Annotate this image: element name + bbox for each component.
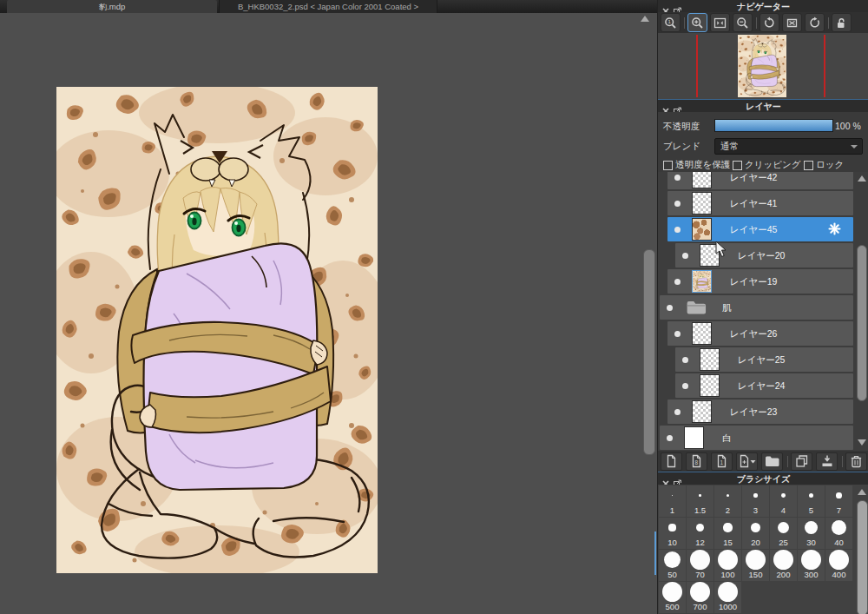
lock-option[interactable]: ロック xyxy=(804,159,844,171)
canvas-scroll-up-button[interactable] xyxy=(641,16,649,22)
opacity-slider[interactable] xyxy=(714,119,833,132)
brush-dot xyxy=(687,518,713,538)
canvas-area[interactable] xyxy=(0,13,657,614)
layer-visibility-dot[interactable] xyxy=(667,305,673,311)
layer-thumbnail[interactable] xyxy=(700,348,720,371)
canvas-vertical-scrollbar[interactable] xyxy=(643,249,655,455)
reset-view-button[interactable] xyxy=(782,13,802,32)
layer-visibility-dot[interactable] xyxy=(674,331,681,337)
zoom-out-button[interactable] xyxy=(733,13,753,32)
delete-layer-button[interactable] xyxy=(845,452,867,471)
zoom-actual-button[interactable]: 1 xyxy=(661,13,681,32)
layer-thumbnail[interactable] xyxy=(684,426,704,449)
brush-size-cell[interactable]: 10 xyxy=(659,518,686,549)
layer-row[interactable]: レイヤー20 xyxy=(675,243,853,267)
brush-size-cell[interactable]: 700 xyxy=(687,582,713,613)
brush-size-cell[interactable]: 40 xyxy=(825,518,852,549)
brush-scroll-up-button[interactable] xyxy=(858,489,866,495)
layer-thumbnail[interactable] xyxy=(692,218,712,241)
brush-size-cell[interactable]: 150 xyxy=(742,550,769,581)
layer-thumbnail[interactable] xyxy=(692,322,712,345)
new-folder-button[interactable] xyxy=(761,452,783,471)
layer-row[interactable]: レイヤー19 xyxy=(667,269,853,294)
layer-thumbnail[interactable] xyxy=(692,172,712,188)
layer-visibility-dot[interactable] xyxy=(682,253,688,259)
layer-visibility-dot[interactable] xyxy=(674,227,681,233)
layer-visibility-dot[interactable] xyxy=(667,435,673,441)
layer-visibility-dot[interactable] xyxy=(674,201,681,207)
tab-document-2[interactable]: B_HKB0032_2.psd < Japan Color 2001 Coate… xyxy=(219,0,437,13)
canvas-artwork[interactable] xyxy=(56,87,378,573)
checkbox-icon[interactable] xyxy=(733,161,742,170)
fit-window-button[interactable] xyxy=(710,13,730,32)
brush-size-cell[interactable]: 25 xyxy=(770,518,797,549)
brush-size-cell[interactable]: 400 xyxy=(825,550,852,581)
view-guide-right xyxy=(824,35,825,97)
layer-row[interactable]: 肌 xyxy=(660,295,853,320)
brush-size-cell[interactable]: 300 xyxy=(798,550,825,581)
layer-row[interactable]: レイヤー41 xyxy=(667,191,853,215)
lock-button[interactable] xyxy=(832,13,852,32)
rotate-cw-icon xyxy=(808,17,821,30)
layer-scroll-down-button[interactable] xyxy=(858,439,866,446)
brush-size-cell[interactable]: 4 xyxy=(770,485,797,517)
rotate-ccw-button[interactable] xyxy=(760,13,779,32)
layer-visibility-dot[interactable] xyxy=(682,357,688,363)
zoom-in-button[interactable] xyxy=(687,13,707,32)
layer-thumbnail[interactable] xyxy=(692,400,712,423)
new-layer-button[interactable] xyxy=(661,452,682,471)
tab-document-1[interactable]: 豹.mdp xyxy=(7,0,217,13)
brush-size-cell[interactable]: 5 xyxy=(798,485,825,517)
brush-size-cell[interactable]: 30 xyxy=(798,518,825,549)
layer-thumbnail[interactable] xyxy=(700,244,720,267)
brush-scrollbar[interactable] xyxy=(857,500,868,614)
layer-visibility-dot[interactable] xyxy=(674,175,681,181)
brush-dot xyxy=(742,518,769,538)
checkbox-icon[interactable] xyxy=(663,161,673,170)
layer-row[interactable]: レイヤー45 xyxy=(667,217,853,241)
duplicate-layer-button[interactable] xyxy=(791,452,812,471)
layer-row[interactable]: レイヤー42 xyxy=(667,172,853,189)
brush-size-cell[interactable]: 20 xyxy=(742,518,769,549)
checkbox-icon[interactable] xyxy=(804,161,813,170)
layer-visibility-dot[interactable] xyxy=(674,409,681,415)
layer-thumbnail[interactable] xyxy=(692,192,712,215)
layer-row[interactable]: 白 xyxy=(660,426,853,450)
clipping-option[interactable]: クリッピング xyxy=(733,159,800,171)
layer-row[interactable]: レイヤー24 xyxy=(675,373,853,398)
new-1bit-layer-button[interactable]: 1 xyxy=(711,452,733,471)
brush-size-cell[interactable]: 3 xyxy=(742,485,769,517)
layer-thumbnail[interactable] xyxy=(692,270,712,293)
layer-row[interactable]: レイヤー26 xyxy=(667,321,853,346)
brush-size-cell[interactable]: 15 xyxy=(714,518,741,549)
navigator-view[interactable] xyxy=(658,33,868,99)
panel-splitter[interactable] xyxy=(654,531,656,575)
brush-size-cell[interactable]: 50 xyxy=(659,550,686,581)
layer-scroll-up-button[interactable] xyxy=(858,175,866,182)
merge-down-button[interactable] xyxy=(816,452,838,471)
layer-row[interactable]: レイヤー23 xyxy=(667,399,853,424)
rotate-cw-button[interactable] xyxy=(805,13,825,32)
layer-row[interactable]: レイヤー25 xyxy=(675,347,853,372)
layer-settings-icon[interactable] xyxy=(828,222,841,239)
brush-size-cell[interactable]: 12 xyxy=(687,518,713,549)
add-layer-menu-button[interactable] xyxy=(736,452,758,471)
brush-size-cell[interactable]: 500 xyxy=(659,582,686,613)
brush-size-cell[interactable]: 100 xyxy=(714,550,741,581)
brush-dot xyxy=(825,485,852,505)
brush-size-cell[interactable]: 70 xyxy=(687,550,713,581)
brush-size-cell[interactable]: 1.5 xyxy=(687,485,713,517)
brush-size-cell[interactable]: 1000 xyxy=(714,582,741,613)
blend-mode-select[interactable]: 通常 xyxy=(714,138,863,155)
new-8bit-layer-button[interactable]: 8 xyxy=(686,452,707,471)
brush-size-cell[interactable]: 1 xyxy=(659,485,686,517)
layer-visibility-dot[interactable] xyxy=(674,279,681,285)
protect-alpha-option[interactable]: 透明度を保護 xyxy=(663,159,730,171)
layer-visibility-dot[interactable] xyxy=(682,383,688,389)
layer-thumbnail[interactable] xyxy=(700,374,720,397)
layer-scrollbar[interactable] xyxy=(857,245,867,401)
brush-size-cell[interactable]: 2 xyxy=(714,485,741,517)
brush-dot xyxy=(687,582,713,602)
brush-size-cell[interactable]: 7 xyxy=(825,485,852,517)
brush-size-cell[interactable]: 200 xyxy=(770,550,797,581)
